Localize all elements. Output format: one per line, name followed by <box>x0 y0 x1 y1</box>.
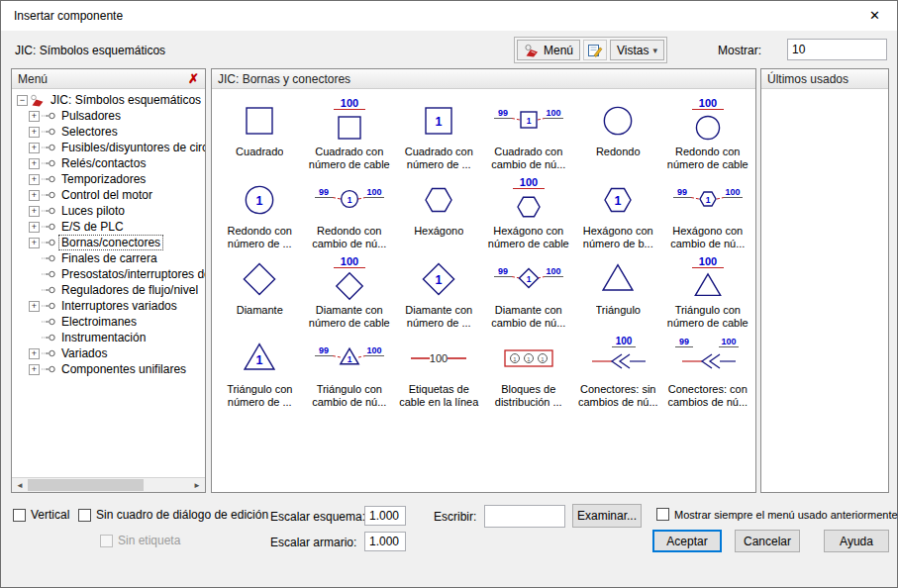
tree-item[interactable]: +Control del motor <box>17 187 205 203</box>
expand-box[interactable]: + <box>29 174 40 185</box>
tree-item[interactable]: +Pulsadores <box>17 108 205 124</box>
scale-schematic-input[interactable] <box>364 506 406 526</box>
tree-root-label: JIC: Símbolos esquemáticos <box>49 93 203 107</box>
tree-item[interactable]: Reguladores de flujo/nivel <box>17 282 205 298</box>
tree-item[interactable]: Instrumentación <box>17 330 205 345</box>
tree-item-label: Pulsadores <box>59 109 123 123</box>
circle-change-icon: 991001 <box>309 175 390 225</box>
tree-item[interactable]: Presostatos/interruptores de <box>17 266 205 282</box>
symbol-item[interactable]: 1Hexágono con número de b... <box>573 175 663 252</box>
svg-text:99: 99 <box>679 337 689 346</box>
browse-button[interactable]: Examinar... <box>572 504 642 528</box>
symbol-item[interactable]: 1Redondo con número de ... <box>215 175 305 252</box>
expand-box[interactable]: + <box>29 348 40 359</box>
symbol-item[interactable]: 991001Triángulo con cambio de nú... <box>305 334 395 411</box>
catalog-label: JIC: Símbolos esquemáticos <box>15 44 165 57</box>
tree-item[interactable]: Finales de carrera <box>17 250 205 266</box>
symbol-item[interactable]: 100Etiquetas de cable en la línea <box>394 334 484 411</box>
tree-item[interactable]: +Fusibles/disyuntores de circu <box>17 140 205 155</box>
expand-box[interactable]: + <box>29 238 40 248</box>
symbol-item[interactable]: 99100Conectores: con cambios de nú... <box>663 334 753 411</box>
symbol-label: Hexágono con cambio de nú... <box>664 225 750 252</box>
symbol-item[interactable]: Triángulo <box>573 254 663 332</box>
tree-item[interactable]: +Luces piloto <box>17 203 205 219</box>
tri-wire-icon: 100 <box>667 254 748 304</box>
svg-text:100: 100 <box>725 187 740 197</box>
symbol-item[interactable]: 100Triángulo con número de cable <box>663 254 753 332</box>
tree-item[interactable]: +Temporizadores <box>17 171 205 187</box>
expand-box[interactable]: + <box>29 111 40 122</box>
svg-text:1: 1 <box>705 195 710 205</box>
expand-box[interactable]: + <box>29 127 40 138</box>
no-edit-dialog-checkbox[interactable]: Sin cuadro de diálogo de edición <box>78 508 268 522</box>
help-button[interactable]: Ayuda <box>824 530 889 552</box>
ok-button[interactable]: Aceptar <box>652 530 722 552</box>
symbol-item[interactable]: 991001Diamante con cambio de nú... <box>484 254 574 332</box>
type-it-input[interactable] <box>484 505 565 528</box>
expand-box[interactable]: + <box>29 158 40 169</box>
symbol-item[interactable]: 1Cuadrado con número de ... <box>394 96 484 173</box>
tree-item-label: Relés/contactos <box>59 156 148 170</box>
always-show-menu-checkbox[interactable]: Mostrar siempre el menú usado anteriorme… <box>656 508 898 521</box>
scroll-thumb[interactable] <box>28 479 144 491</box>
display-edit-button[interactable] <box>583 40 607 60</box>
tree-item[interactable]: +Interruptores variados <box>17 298 205 314</box>
component-icon <box>42 221 56 233</box>
symbol-item[interactable]: 1Diamante con número de ... <box>394 254 484 332</box>
expand-box[interactable]: + <box>29 364 40 375</box>
symbol-label: Diamante con número de ... <box>396 304 482 332</box>
symbol-item[interactable]: Cuadrado <box>215 96 305 173</box>
scroll-track[interactable] <box>28 478 189 492</box>
symbol-item[interactable]: 100Cuadrado con número de cable <box>305 96 395 173</box>
tree-root-item[interactable]: − JIC: Símbolos esquemáticos <box>17 92 205 108</box>
tree-horizontal-scrollbar[interactable]: ◄ ► <box>12 477 205 492</box>
symbol-label: Conectores: con cambios de nú... <box>664 383 750 411</box>
symbol-item[interactable]: Hexágono <box>394 175 484 252</box>
tree-close-icon[interactable]: ✗ <box>188 71 199 86</box>
component-icon <box>42 237 56 248</box>
symbol-item[interactable]: Redondo <box>573 96 663 173</box>
symbol-label: Cuadrado con número de cable <box>306 146 392 173</box>
tree-item[interactable]: +Selectores <box>17 124 205 140</box>
symbol-item[interactable]: 111Bloques de distribución ... <box>484 334 574 411</box>
cancel-button[interactable]: Cancelar <box>735 530 800 552</box>
symbol-item[interactable]: 991001Redondo con cambio de nú... <box>305 175 395 252</box>
symbol-label: Redondo <box>596 146 641 173</box>
scroll-left-arrow[interactable]: ◄ <box>12 478 28 492</box>
expand-box[interactable]: + <box>29 301 40 312</box>
tree-item[interactable]: +Variados <box>17 345 205 361</box>
symbol-item[interactable]: 100Diamante con número de cable <box>305 254 395 332</box>
symbol-item[interactable]: 991001Hexágono con cambio de nú... <box>663 175 753 252</box>
svg-text:1: 1 <box>347 354 351 364</box>
svg-text:99: 99 <box>319 187 329 197</box>
tree-item[interactable]: +Componentes unifilares <box>17 361 205 377</box>
scale-panel-input[interactable] <box>364 532 406 551</box>
vertical-checkbox[interactable]: Vertical <box>13 508 69 522</box>
tree-item[interactable]: +E/S de PLC <box>17 219 205 235</box>
tree-item[interactable]: +Relés/contactos <box>17 155 205 171</box>
symbol-item[interactable]: 100Hexágono con número de cable <box>484 175 574 252</box>
symbol-item[interactable]: 991001Cuadrado con cambio de nú... <box>484 96 574 173</box>
close-button[interactable]: ✕ <box>852 1 897 30</box>
scroll-right-arrow[interactable]: ► <box>189 478 205 492</box>
svg-text:1: 1 <box>256 194 263 208</box>
symbol-grid: Cuadrado100Cuadrado con número de cable1… <box>212 89 755 492</box>
show-count-input[interactable] <box>787 39 887 60</box>
symbol-item[interactable]: Diamante <box>215 254 305 332</box>
symbol-item[interactable]: 100Redondo con número de cable <box>663 96 753 173</box>
expand-box[interactable]: + <box>29 222 40 233</box>
expand-box[interactable]: + <box>29 190 40 201</box>
expand-box[interactable]: + <box>29 206 40 217</box>
symbol-item[interactable]: 100Conectores: sin cambios de nú... <box>573 334 663 411</box>
tree-item[interactable]: +Bornas/conectores <box>17 235 205 250</box>
expand-box[interactable]: + <box>29 143 40 153</box>
symbol-item[interactable]: 1Triángulo con número de ... <box>215 334 305 411</box>
tree-item[interactable]: Electroimanes <box>17 314 205 330</box>
tree-item-label: Luces piloto <box>59 204 127 218</box>
collapse-box[interactable]: − <box>17 95 28 106</box>
svg-text:99: 99 <box>319 345 329 355</box>
symbol-label: Cuadrado <box>236 146 283 173</box>
svg-text:1: 1 <box>527 356 531 362</box>
views-button[interactable]: Vistas ▾ <box>610 40 664 60</box>
menu-button[interactable]: Menú <box>517 40 580 60</box>
